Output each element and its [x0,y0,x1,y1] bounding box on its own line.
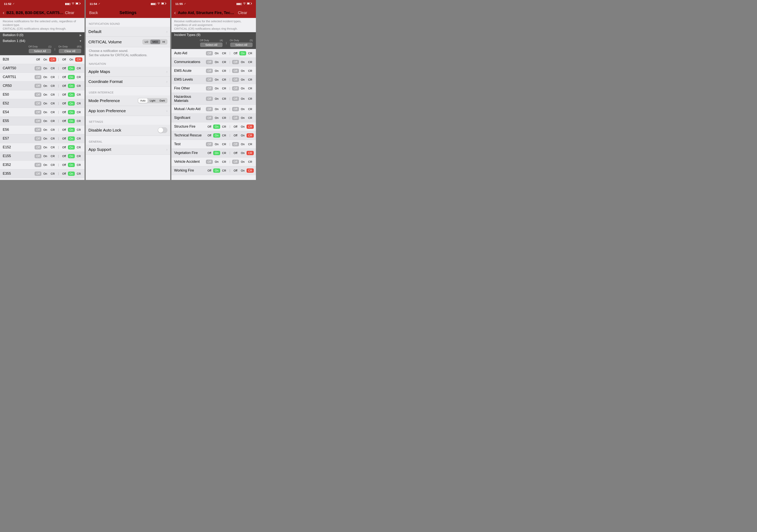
seg-option-on[interactable]: On [68,57,75,62]
seg-option-off[interactable]: Off [35,163,42,167]
clear-all-button[interactable]: Clear All [59,49,81,53]
seg-option-cr[interactable]: CR [75,171,82,176]
notification-segment[interactable]: Off On CR [34,145,56,150]
seg-option-cr[interactable]: CR [221,60,228,64]
seg-option-off[interactable]: Off [61,119,68,123]
seg-option-off[interactable]: Off [232,160,239,164]
seg-option-cr[interactable]: CR [221,168,228,173]
notification-segment[interactable]: Off On CR [232,51,254,56]
seg-option-off[interactable]: Off [206,151,213,155]
notification-segment[interactable]: Off On CR [61,154,82,159]
seg-option-on[interactable]: On [42,75,48,79]
seg-option-on[interactable]: On [239,125,246,129]
seg-option-cr[interactable]: CR [221,125,228,129]
seg-option-cr[interactable]: CR [221,142,228,146]
seg-option-cr[interactable]: CR [247,107,254,111]
notification-segment[interactable]: Off On CR [232,86,254,91]
seg-option-off[interactable]: Off [232,151,239,155]
seg-option-cr[interactable]: CR [221,69,228,73]
seg-option-cr[interactable]: CR [247,160,254,164]
seg-option-cr[interactable]: CR [49,110,56,114]
notification-segment[interactable]: Off On CR [206,124,228,129]
notification-segment[interactable]: Off On CR [61,101,82,106]
seg-option-off[interactable]: Off [61,101,68,105]
seg-option-on[interactable]: On [213,77,220,82]
seg-option-on[interactable]: On [68,119,75,123]
seg-option-on[interactable]: On [213,60,220,64]
seg-option-on[interactable]: On [213,116,220,120]
notification-segment[interactable]: Off On CR [61,163,82,167]
seg-option-on[interactable]: On [213,168,220,173]
seg-option-off[interactable]: Off [61,84,68,88]
seg-option-on[interactable]: On [213,142,220,146]
notification-segment[interactable]: Off On CR [206,51,228,56]
notification-segment[interactable]: Off On CR [34,154,56,159]
seg-option-off[interactable]: Off [206,168,213,173]
seg-option-on[interactable]: On [68,75,75,79]
seg-option-cr[interactable]: CR [75,119,82,123]
seg-option-on[interactable]: On [239,97,246,101]
seg-option-on[interactable]: On [68,163,75,167]
seg-option-on[interactable]: On [213,107,220,111]
notification-segment[interactable]: Off On CR [206,77,228,82]
seg-option-off[interactable]: Off [232,77,239,82]
seg-option-off[interactable]: Off [232,142,239,146]
seg-option-cr[interactable]: CR [221,86,228,91]
seg-option-cr[interactable]: CR [221,97,228,101]
seg-option-cr[interactable]: CR [75,101,82,105]
seg-option-off[interactable]: Off [35,119,42,123]
app-support-cell[interactable]: App Support› [86,145,170,155]
seg-option-cr[interactable]: CR [221,133,228,137]
select-all-offduty-button[interactable]: Select All [200,43,223,47]
seg-option-off[interactable]: Off [232,125,239,129]
seg-option-off[interactable]: Off [61,154,68,158]
seg-option-off[interactable]: Off [206,86,213,91]
notification-segment[interactable]: Off On CR [206,86,228,91]
seg-option-on[interactable]: On [42,145,48,150]
seg-option-off[interactable]: Off [35,57,42,62]
seg-option-on[interactable]: On [213,51,220,55]
notification-segment[interactable]: Off On CR [232,106,254,112]
battalion-0-header[interactable]: Battalion 0 (0)▶ [0,32,84,38]
notification-segment[interactable]: Off On CR [61,145,82,150]
seg-option-cr[interactable]: CR [75,163,82,167]
seg-option-on[interactable]: On [42,110,48,114]
seg-option-off[interactable]: Off [232,107,239,111]
seg-option-on[interactable]: On [68,154,75,158]
seg-option-cr[interactable]: CR [247,77,254,82]
seg-option-off[interactable]: Off [35,136,42,141]
seg-option-on[interactable]: On [239,133,246,137]
seg-option-off[interactable]: Off [35,75,42,79]
seg-option-off[interactable]: Off [206,116,213,120]
seg-option-cr[interactable]: CR [247,125,254,129]
seg-option-on[interactable]: On [42,154,48,158]
seg-option-cr[interactable]: CR [75,93,82,97]
seg-option-on[interactable]: On [42,163,48,167]
seg-option-cr[interactable]: CR [49,136,56,141]
notification-segment[interactable]: Off On CR [34,171,56,176]
seg-option-cr[interactable]: CR [49,66,56,71]
clear-button[interactable]: Clear [238,11,247,15]
notification-segment[interactable]: Off On CR [34,92,56,97]
seg-option-off[interactable]: Off [61,163,68,167]
clear-button[interactable]: Clear [65,11,75,15]
seg-option-cr[interactable]: CR [49,163,56,167]
notification-segment[interactable]: Off On CR [232,150,254,156]
notification-segment[interactable]: Off On CR [206,159,228,164]
seg-option-off[interactable]: Off [206,97,213,101]
seg-option-off[interactable]: Off [61,110,68,114]
seg-option-on[interactable]: On [239,160,246,164]
notification-segment[interactable]: Off On CR [206,150,228,156]
seg-option-cr[interactable]: CR [49,101,56,105]
seg-option-cr[interactable]: CR [49,145,56,150]
seg-option-cr[interactable]: CR [49,171,56,176]
seg-option-off[interactable]: Off [206,125,213,129]
notification-segment[interactable]: Off On CR [34,118,56,124]
seg-option-on[interactable]: On [68,84,75,88]
seg-option-on[interactable]: On [239,77,246,82]
seg-option-off[interactable]: Off [35,145,42,150]
notification-segment[interactable]: Off On CR [206,96,228,101]
seg-option-off[interactable]: Off [206,133,213,137]
seg-option-on[interactable]: On [239,86,246,91]
seg-option-off[interactable]: Off [206,60,213,64]
